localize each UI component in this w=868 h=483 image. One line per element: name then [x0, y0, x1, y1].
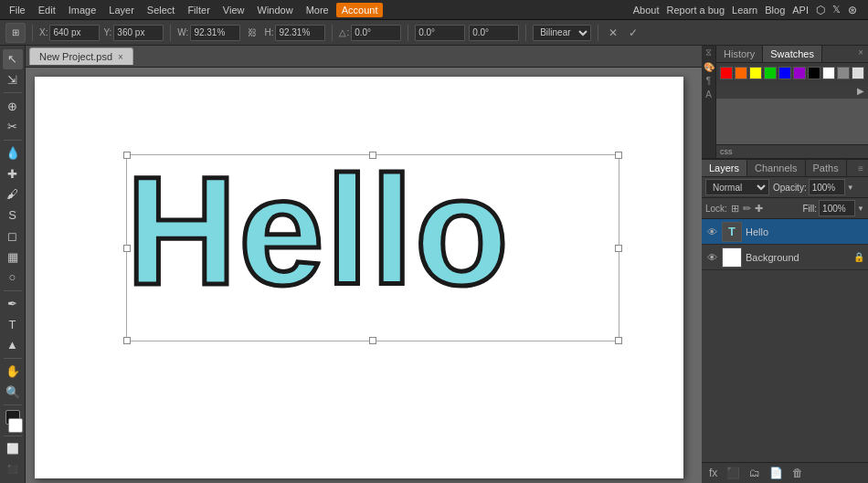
layer-delete-button[interactable]: 🗑	[789, 466, 807, 480]
layers-panel-menu[interactable]: ≡	[853, 162, 868, 175]
swatch-green[interactable]	[764, 67, 777, 79]
menu-blog[interactable]: Blog	[765, 5, 785, 16]
tool-eraser[interactable]: ◻	[3, 226, 23, 246]
menu-window[interactable]: Window	[252, 3, 299, 17]
character-panel-icon[interactable]: A	[705, 89, 712, 100]
lock-position-icon[interactable]: ⊞	[731, 203, 739, 215]
layer-mask-button[interactable]: ⬛	[723, 466, 744, 480]
swatch-gray[interactable]	[837, 67, 850, 79]
blend-mode-select[interactable]: Normal Multiply Screen Overlay	[705, 179, 769, 195]
menu-api[interactable]: API	[792, 5, 809, 16]
lock-pixels-icon[interactable]: ✏	[743, 203, 751, 215]
layer-new-button[interactable]: 📄	[766, 466, 787, 480]
menu-view[interactable]: View	[217, 3, 250, 17]
document-tab[interactable]: New Project.psd ×	[29, 47, 133, 65]
canvas[interactable]: Hello	[35, 77, 683, 478]
layer-group-button[interactable]: 🗂	[746, 466, 764, 480]
handle-top-center[interactable]	[369, 152, 376, 159]
menu-layer[interactable]: Layer	[103, 3, 140, 17]
layer-background[interactable]: 👁 Background 🔒	[702, 245, 868, 270]
social-icon-twitter[interactable]: 𝕏	[832, 4, 841, 16]
menu-account[interactable]: Account	[336, 3, 384, 17]
lock-move-icon[interactable]: ✚	[755, 203, 763, 215]
menu-select[interactable]: Select	[142, 3, 181, 17]
menu-learn[interactable]: Learn	[732, 5, 757, 16]
swatches-panel-icon[interactable]: 🎨	[704, 62, 715, 72]
tool-type[interactable]: T	[3, 314, 23, 334]
menu-image[interactable]: Image	[63, 3, 102, 17]
interpolation-select[interactable]: Bilinear Bicubic Nearest	[533, 25, 591, 41]
swatch-yellow[interactable]	[749, 67, 762, 79]
tool-blur[interactable]: ○	[3, 268, 23, 288]
swatch-blue[interactable]	[778, 67, 791, 79]
menu-edit[interactable]: Edit	[33, 3, 61, 17]
handle-bottom-left[interactable]	[123, 337, 131, 344]
swatch-expand-icon[interactable]: ▶	[857, 86, 864, 96]
tool-crop[interactable]: ⊕	[3, 96, 23, 116]
handle-middle-right[interactable]	[615, 245, 622, 252]
w-input[interactable]	[190, 25, 240, 41]
tool-clone[interactable]: S	[3, 205, 23, 226]
opacity-input[interactable]	[809, 179, 845, 195]
tool-select[interactable]: ↖	[3, 49, 23, 69]
layer-background-visibility[interactable]: 👁	[705, 252, 718, 263]
tool-pen[interactable]: ✒	[3, 294, 23, 314]
menu-more[interactable]: More	[301, 3, 334, 17]
tool-gradient[interactable]: ▦	[3, 247, 23, 267]
handle-bottom-center[interactable]	[369, 337, 376, 344]
social-icon-ps[interactable]: ⬡	[816, 4, 825, 16]
paragraph-panel-icon[interactable]: ¶	[706, 76, 711, 86]
tab-close-button[interactable]: ×	[118, 52, 123, 62]
rot-input[interactable]	[351, 25, 401, 41]
menu-about[interactable]: About	[633, 5, 660, 16]
tool-heal[interactable]: ✚	[3, 163, 23, 184]
cancel-transform-button[interactable]: ✕	[605, 25, 621, 41]
paths-tab[interactable]: Paths	[806, 160, 847, 176]
opacity-arrow-icon[interactable]: ▼	[847, 184, 854, 192]
layer-hello[interactable]: 👁 T Hello	[702, 219, 868, 245]
social-icon-github[interactable]: ⊛	[848, 4, 857, 16]
channels-tab[interactable]: Channels	[747, 160, 805, 176]
swatch-white[interactable]	[822, 67, 835, 79]
transform-icon[interactable]: ⊞	[5, 23, 26, 43]
swatch-purple[interactable]	[793, 67, 806, 79]
swatch-lightgray[interactable]	[852, 67, 864, 79]
tool-mask[interactable]: ⬜	[3, 439, 23, 459]
link-dimensions-icon[interactable]: ⛓	[244, 25, 260, 41]
y-input[interactable]	[113, 25, 164, 41]
tool-transform[interactable]: ⇲	[3, 70, 23, 90]
swatch-black[interactable]	[808, 67, 820, 79]
handle-bottom-right[interactable]	[615, 337, 622, 344]
tool-zoom[interactable]: 🔍	[3, 382, 23, 402]
handle-top-right[interactable]	[615, 152, 622, 159]
tool-quickmask[interactable]: ⬛	[3, 459, 23, 479]
fill-input[interactable]	[819, 200, 855, 216]
layer-hello-visibility[interactable]: 👁	[705, 226, 718, 237]
swatch-red[interactable]	[720, 67, 733, 79]
menu-file[interactable]: File	[4, 3, 31, 17]
fill-arrow-icon[interactable]: ▼	[857, 205, 864, 213]
swatch-orange[interactable]	[735, 67, 747, 79]
h-input[interactable]	[275, 25, 325, 41]
tool-hand[interactable]: ✋	[3, 362, 23, 382]
layer-fx-button[interactable]: fx	[705, 466, 721, 480]
tool-slice[interactable]: ✂	[3, 117, 23, 137]
x-input[interactable]	[49, 25, 100, 41]
handle-top-left[interactable]	[123, 152, 131, 159]
background-color[interactable]	[8, 418, 23, 433]
menu-filter[interactable]: Filter	[182, 3, 215, 17]
history-panel-icon[interactable]: ⧖	[705, 47, 712, 58]
skewh-input[interactable]	[415, 25, 465, 41]
tool-path-select[interactable]: ▲	[3, 335, 23, 355]
layers-tab[interactable]: Layers	[702, 160, 747, 176]
hs-close-button[interactable]: ×	[853, 46, 868, 62]
history-tab[interactable]: History	[716, 46, 763, 62]
confirm-transform-button[interactable]: ✓	[625, 25, 641, 41]
swatches-tab[interactable]: Swatches	[763, 46, 822, 62]
handle-middle-left[interactable]	[123, 245, 131, 252]
css-label[interactable]: css	[720, 147, 733, 156]
skewv-input[interactable]	[469, 25, 519, 41]
tool-eyedropper[interactable]: 💧	[3, 143, 23, 163]
menu-reportbug[interactable]: Report a bug	[666, 5, 725, 16]
tool-brush[interactable]: 🖌	[3, 184, 23, 205]
